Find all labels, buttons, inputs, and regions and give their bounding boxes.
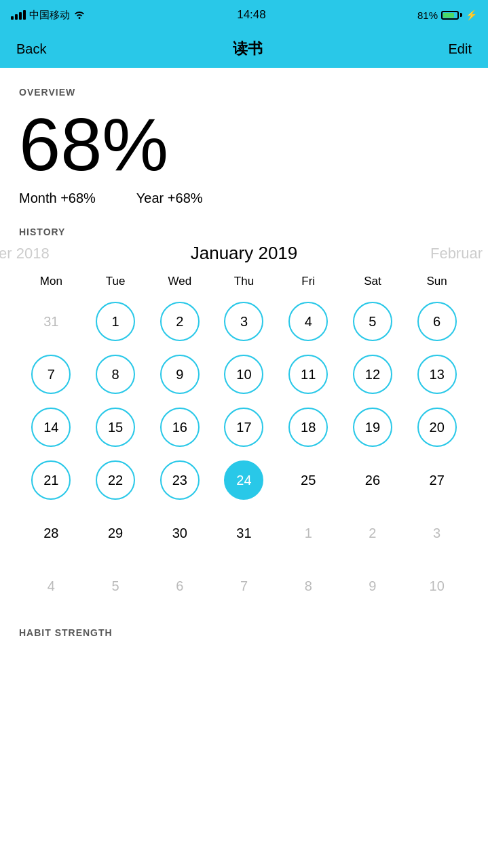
status-time: 14:48 (237, 8, 266, 22)
charging-icon: ⚡ (466, 9, 477, 20)
history-section: HISTORY er 2018 January 2019 Februar Mon… (19, 226, 469, 611)
calendar-day[interactable]: 12 (341, 349, 405, 399)
overview-label: OVERVIEW (19, 87, 469, 98)
weekday-label: Wed (147, 271, 212, 292)
calendar-weekdays: MonTueWedThuFriSatSun (19, 271, 469, 292)
current-month-label: January 2019 (191, 243, 298, 264)
calendar-day[interactable]: 17 (212, 402, 276, 452)
stats-row: Month +68% Year +68% (19, 191, 469, 206)
calendar-day[interactable]: 15 (83, 402, 148, 452)
weekday-label: Fri (276, 271, 341, 292)
calendar-day[interactable]: 8 (83, 349, 148, 399)
calendar-day[interactable]: 4 (19, 561, 83, 611)
calendar-day[interactable]: 3 (405, 508, 469, 558)
signal-icon (11, 10, 26, 20)
history-label: HISTORY (19, 226, 469, 237)
calendar-day[interactable]: 31 (212, 508, 276, 558)
calendar-day[interactable]: 7 (212, 561, 276, 611)
calendar-day[interactable]: 23 (147, 455, 212, 505)
back-button[interactable]: Back (16, 41, 46, 57)
calendar-day[interactable]: 16 (147, 402, 212, 452)
calendar-day[interactable]: 1 (276, 508, 341, 558)
calendar-day[interactable]: 21 (19, 455, 83, 505)
calendar-day[interactable]: 6 (147, 561, 212, 611)
calendar: er 2018 January 2019 Februar MonTueWedTh… (19, 243, 469, 611)
calendar-day[interactable]: 31 (19, 296, 83, 347)
calendar-header: er 2018 January 2019 Februar (19, 243, 469, 264)
weekday-label: Thu (212, 271, 276, 292)
month-stat: Month +68% (19, 191, 96, 206)
calendar-day[interactable]: 7 (19, 349, 83, 399)
calendar-day[interactable]: 27 (405, 455, 469, 505)
calendar-day[interactable]: 30 (147, 508, 212, 558)
calendar-day[interactable]: 13 (405, 349, 469, 399)
weekday-label: Sun (405, 271, 469, 292)
calendar-day[interactable]: 5 (341, 296, 405, 347)
habit-strength-label: HABIT STRENGTH (19, 627, 469, 645)
status-right: 81% ⚡ (417, 9, 477, 21)
calendar-day[interactable]: 24 (212, 455, 276, 505)
calendar-day[interactable]: 2 (147, 296, 212, 347)
calendar-day[interactable]: 14 (19, 402, 83, 452)
battery-percent: 81% (417, 9, 438, 21)
calendar-grid[interactable]: 3112345678910111213141516171819202122232… (19, 296, 469, 611)
nav-bar: Back 读书 Edit (0, 30, 488, 68)
prev-month-label: er 2018 (0, 245, 50, 262)
weekday-label: Tue (83, 271, 148, 292)
calendar-day[interactable]: 5 (83, 561, 148, 611)
calendar-day[interactable]: 19 (341, 402, 405, 452)
weekday-label: Sat (341, 271, 405, 292)
weekday-label: Mon (19, 271, 83, 292)
status-left: 中国移动 (11, 9, 86, 22)
overview-percent: 68% (19, 103, 469, 185)
calendar-day[interactable]: 4 (276, 296, 341, 347)
edit-button[interactable]: Edit (449, 41, 472, 57)
calendar-day[interactable]: 26 (341, 455, 405, 505)
page-title: 读书 (233, 39, 263, 59)
calendar-day[interactable]: 1 (83, 296, 148, 347)
next-month-label: Februar (430, 245, 483, 262)
carrier-name: 中国移动 (29, 9, 70, 22)
calendar-day[interactable]: 28 (19, 508, 83, 558)
calendar-day[interactable]: 29 (83, 508, 148, 558)
calendar-day[interactable]: 22 (83, 455, 148, 505)
status-bar: 中国移动 14:48 81% ⚡ (0, 0, 488, 30)
battery-icon (441, 11, 462, 20)
calendar-day[interactable]: 25 (276, 455, 341, 505)
calendar-day[interactable]: 8 (276, 561, 341, 611)
calendar-day[interactable]: 20 (405, 402, 469, 452)
calendar-day[interactable]: 11 (276, 349, 341, 399)
main-content: OVERVIEW 68% Month +68% Year +68% HISTOR… (0, 87, 488, 645)
calendar-day[interactable]: 10 (212, 349, 276, 399)
calendar-day[interactable]: 9 (147, 349, 212, 399)
calendar-day[interactable]: 6 (405, 296, 469, 347)
calendar-day[interactable]: 9 (341, 561, 405, 611)
calendar-day[interactable]: 18 (276, 402, 341, 452)
calendar-day[interactable]: 2 (341, 508, 405, 558)
calendar-day[interactable]: 3 (212, 296, 276, 347)
wifi-icon (73, 9, 86, 21)
calendar-day[interactable]: 10 (405, 561, 469, 611)
year-stat: Year +68% (136, 191, 203, 206)
